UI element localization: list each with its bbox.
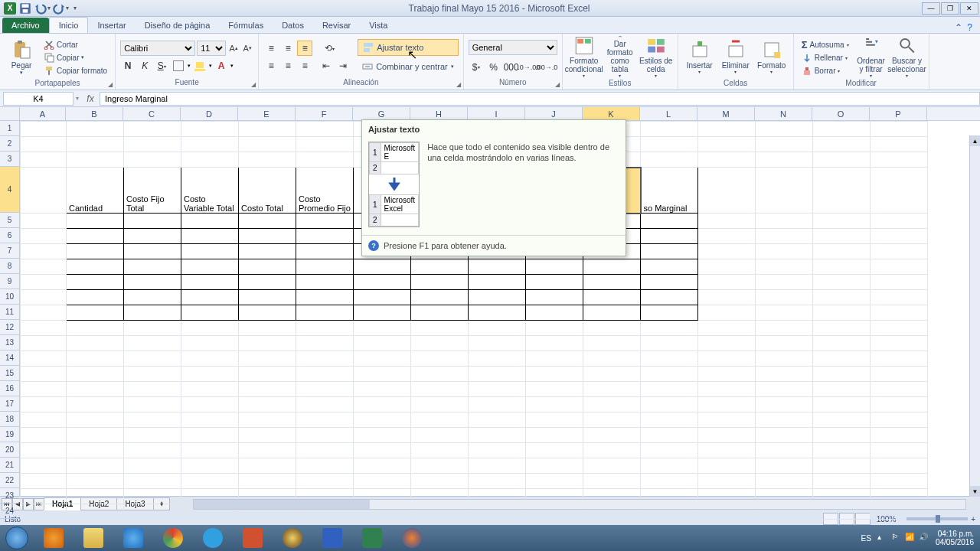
cell[interactable] bbox=[354, 351, 411, 367]
cell[interactable] bbox=[67, 122, 124, 137]
cell[interactable] bbox=[21, 259, 67, 275]
name-box-dropdown-icon[interactable]: ▾ bbox=[76, 95, 79, 102]
tray-clock[interactable]: 04:16 p.m. 04/05/2016 bbox=[936, 530, 974, 546]
cell[interactable] bbox=[21, 168, 67, 214]
cell[interactable] bbox=[296, 137, 354, 152]
number-dialog-icon[interactable]: ◢ bbox=[555, 81, 560, 88]
cell[interactable] bbox=[354, 474, 411, 489]
cell[interactable] bbox=[813, 458, 871, 474]
cell[interactable] bbox=[698, 244, 756, 259]
bold-button[interactable]: N bbox=[120, 58, 136, 73]
cell[interactable] bbox=[239, 290, 296, 305]
cell[interactable] bbox=[181, 351, 239, 367]
cell[interactable] bbox=[21, 244, 67, 259]
tray-flag-icon[interactable]: 🏳 bbox=[891, 533, 902, 543]
cell[interactable] bbox=[641, 412, 698, 428]
cell[interactable] bbox=[641, 474, 698, 489]
horizontal-scrollbar[interactable] bbox=[193, 499, 966, 510]
col-header-E[interactable]: E bbox=[238, 107, 296, 120]
merge-center-button[interactable]: Combinar y centrar ▾ bbox=[358, 58, 459, 75]
row-header-6[interactable]: 6 bbox=[0, 228, 19, 243]
cell[interactable] bbox=[296, 336, 354, 351]
formula-input[interactable]: Ingreso Marginal bbox=[100, 92, 980, 106]
row-header-14[interactable]: 14 bbox=[0, 350, 19, 366]
cell[interactable] bbox=[698, 351, 756, 367]
row-header-18[interactable]: 18 bbox=[0, 412, 19, 427]
cell[interactable] bbox=[871, 428, 928, 443]
cell[interactable] bbox=[698, 458, 756, 474]
cell[interactable] bbox=[239, 382, 296, 397]
cell[interactable] bbox=[641, 336, 698, 351]
cell[interactable] bbox=[411, 428, 469, 443]
cell[interactable] bbox=[813, 443, 871, 458]
cell[interactable] bbox=[526, 443, 583, 458]
redo-dropdown-icon[interactable]: ▾ bbox=[66, 5, 69, 11]
cell[interactable] bbox=[21, 290, 67, 305]
cell[interactable] bbox=[239, 412, 296, 428]
cell[interactable] bbox=[239, 336, 296, 351]
increase-indent-icon[interactable]: ⇥ bbox=[335, 58, 351, 73]
cell[interactable] bbox=[124, 305, 181, 321]
cell[interactable] bbox=[124, 504, 181, 520]
tab-vista[interactable]: Vista bbox=[360, 18, 397, 33]
tab-revisar[interactable]: Revisar bbox=[313, 18, 360, 33]
cell[interactable] bbox=[641, 229, 698, 244]
currency-button[interactable]: $▾ bbox=[469, 60, 484, 75]
cell[interactable] bbox=[813, 397, 871, 412]
cell[interactable] bbox=[296, 474, 354, 489]
cell[interactable] bbox=[583, 474, 641, 489]
cell[interactable] bbox=[526, 412, 583, 428]
cell[interactable] bbox=[124, 275, 181, 290]
cell[interactable] bbox=[871, 168, 928, 214]
cell[interactable] bbox=[67, 367, 124, 382]
col-header-B[interactable]: B bbox=[66, 107, 123, 120]
cell[interactable] bbox=[411, 275, 469, 290]
cell[interactable] bbox=[124, 229, 181, 244]
taskbar-app[interactable] bbox=[273, 527, 312, 549]
cell[interactable] bbox=[411, 382, 469, 397]
cell[interactable] bbox=[181, 229, 239, 244]
cell[interactable] bbox=[526, 458, 583, 474]
cell[interactable] bbox=[641, 259, 698, 275]
cell[interactable] bbox=[698, 382, 756, 397]
cell[interactable] bbox=[813, 351, 871, 367]
cell[interactable] bbox=[239, 305, 296, 321]
align-middle-icon[interactable]: ≡ bbox=[280, 41, 296, 56]
cell[interactable] bbox=[813, 122, 871, 137]
save-icon[interactable] bbox=[18, 2, 32, 15]
cell[interactable] bbox=[583, 397, 641, 412]
cell[interactable] bbox=[526, 428, 583, 443]
cell[interactable] bbox=[813, 259, 871, 275]
alignment-dialog-icon[interactable]: ◢ bbox=[456, 81, 461, 88]
cell[interactable] bbox=[181, 214, 239, 229]
align-bottom-icon[interactable]: ≡ bbox=[297, 41, 312, 56]
cell[interactable] bbox=[67, 229, 124, 244]
cell[interactable] bbox=[698, 443, 756, 458]
cell[interactable] bbox=[583, 336, 641, 351]
cell[interactable] bbox=[756, 214, 813, 229]
cell[interactable] bbox=[813, 382, 871, 397]
col-header-M[interactable]: M bbox=[697, 107, 755, 120]
cell[interactable] bbox=[698, 214, 756, 229]
help-icon[interactable]: ? bbox=[967, 22, 972, 33]
start-button[interactable] bbox=[0, 525, 34, 551]
percent-button[interactable]: % bbox=[486, 60, 501, 75]
tab-insertar[interactable]: Insertar bbox=[88, 18, 135, 33]
row-header-24[interactable]: 24 bbox=[0, 504, 19, 519]
cell[interactable] bbox=[698, 428, 756, 443]
cell[interactable] bbox=[21, 382, 67, 397]
cell[interactable] bbox=[583, 321, 641, 336]
cell[interactable] bbox=[698, 321, 756, 336]
cell[interactable] bbox=[813, 367, 871, 382]
cell[interactable] bbox=[296, 458, 354, 474]
align-center-icon[interactable]: ≡ bbox=[280, 58, 296, 73]
cell[interactable] bbox=[469, 336, 526, 351]
cell[interactable] bbox=[296, 244, 354, 259]
cell[interactable] bbox=[411, 397, 469, 412]
copy-button[interactable]: Copiar ▾ bbox=[41, 51, 110, 64]
cell[interactable] bbox=[67, 489, 124, 504]
cell[interactable] bbox=[583, 259, 641, 275]
cell[interactable] bbox=[239, 229, 296, 244]
scroll-up-icon[interactable]: ▲ bbox=[970, 135, 980, 146]
cell[interactable] bbox=[21, 428, 67, 443]
